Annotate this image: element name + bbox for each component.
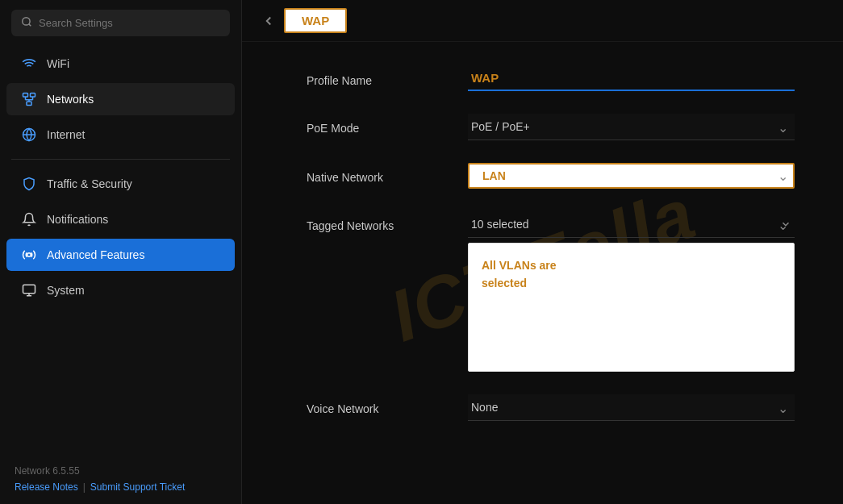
support-ticket-link[interactable]: Submit Support Ticket <box>90 481 185 493</box>
topbar: WAP <box>242 0 843 42</box>
search-icon <box>21 16 32 30</box>
voice-network-row: Voice Network None <box>307 394 795 421</box>
svg-rect-13 <box>23 285 35 294</box>
voice-network-select-wrapper: None <box>468 394 795 421</box>
poe-mode-row: PoE Mode PoE / PoE+ PoE Passive PoE Disa… <box>307 114 795 140</box>
vlans-dropdown: All VLANs are selected <box>468 243 795 372</box>
svg-point-12 <box>27 253 31 257</box>
poe-mode-label: PoE Mode <box>307 114 468 135</box>
form-area: ICT-Fella Profile Name PoE Mode PoE / Po… <box>242 42 843 504</box>
sidebar-item-notifications-label: Notifications <box>47 213 108 226</box>
profile-name-control <box>468 66 795 91</box>
sidebar-item-wifi-label: WiFi <box>47 57 69 70</box>
footer-separator: | <box>83 481 86 493</box>
vlans-line1: All VLANs are <box>482 259 557 272</box>
nav-separator-1 <box>11 159 230 160</box>
sidebar-item-system-label: System <box>47 284 85 297</box>
sidebar-item-advanced-features[interactable]: Advanced Features <box>6 239 235 271</box>
sidebar-item-internet[interactable]: Internet <box>6 119 235 151</box>
bell-icon <box>21 211 37 227</box>
sidebar-item-notifications[interactable]: Notifications <box>6 203 235 235</box>
poe-mode-select[interactable]: PoE / PoE+ PoE Passive PoE Disabled <box>468 114 795 140</box>
sidebar-footer: Network 6.5.55 Release Notes | Submit Su… <box>0 454 241 504</box>
voice-network-label: Voice Network <box>307 394 468 415</box>
svg-point-0 <box>23 18 30 25</box>
system-icon <box>21 282 37 298</box>
poe-mode-select-wrapper: PoE / PoE+ PoE Passive PoE Disabled <box>468 114 795 140</box>
svg-line-1 <box>29 24 31 27</box>
tagged-networks-row: Tagged Networks 10 selected All V <box>307 211 795 372</box>
sidebar: WiFi Networks Internet <box>0 0 242 504</box>
profile-name-row: Profile Name <box>307 66 795 91</box>
sidebar-item-wifi[interactable]: WiFi <box>6 48 235 80</box>
native-network-control: LAN <box>468 163 795 189</box>
vlans-message: All VLANs are selected <box>482 256 781 293</box>
voice-network-select[interactable]: None <box>468 394 795 421</box>
profile-name-input[interactable] <box>468 66 795 91</box>
svg-rect-5 <box>27 102 31 106</box>
release-notes-link[interactable]: Release Notes <box>15 481 78 493</box>
tagged-networks-select-wrapper[interactable]: 10 selected <box>468 211 795 238</box>
sidebar-item-networks[interactable]: Networks <box>6 83 235 115</box>
search-bar[interactable] <box>11 10 230 36</box>
main-content: WAP ICT-Fella Profile Name PoE Mode PoE … <box>242 0 843 504</box>
native-network-label: Native Network <box>307 163 468 184</box>
back-button[interactable] <box>258 10 284 31</box>
native-network-select-wrapper: LAN <box>468 163 795 189</box>
sidebar-item-advanced-label: Advanced Features <box>47 248 144 261</box>
footer-links: Release Notes | Submit Support Ticket <box>15 481 227 493</box>
internet-icon <box>21 127 37 143</box>
version-label: Network 6.5.55 <box>15 465 227 477</box>
native-network-row: Native Network LAN <box>307 163 795 189</box>
sidebar-item-internet-label: Internet <box>47 128 85 141</box>
native-network-value: LAN <box>482 169 506 182</box>
wifi-icon <box>21 56 37 72</box>
search-input[interactable] <box>39 17 220 29</box>
svg-rect-4 <box>31 94 35 98</box>
tagged-networks-control: 10 selected All VLANs are selected <box>468 211 795 372</box>
sidebar-item-traffic-label: Traffic & Security <box>47 177 132 190</box>
poe-mode-control: PoE / PoE+ PoE Passive PoE Disabled <box>468 114 795 140</box>
tagged-networks-value: 10 selected <box>471 218 529 231</box>
svg-rect-3 <box>23 94 28 98</box>
sidebar-item-system[interactable]: System <box>6 274 235 306</box>
vlans-line2: selected <box>482 277 527 289</box>
wap-badge: WAP <box>284 8 347 33</box>
tagged-networks-label: Tagged Networks <box>307 211 468 232</box>
voice-network-control: None <box>468 394 795 421</box>
shield-icon <box>21 176 37 192</box>
network-icon <box>21 91 37 107</box>
sidebar-item-networks-label: Networks <box>47 93 94 106</box>
advanced-icon <box>21 247 37 263</box>
native-network-box[interactable]: LAN <box>468 163 795 189</box>
sidebar-item-traffic-security[interactable]: Traffic & Security <box>6 168 235 200</box>
profile-name-label: Profile Name <box>307 66 468 87</box>
